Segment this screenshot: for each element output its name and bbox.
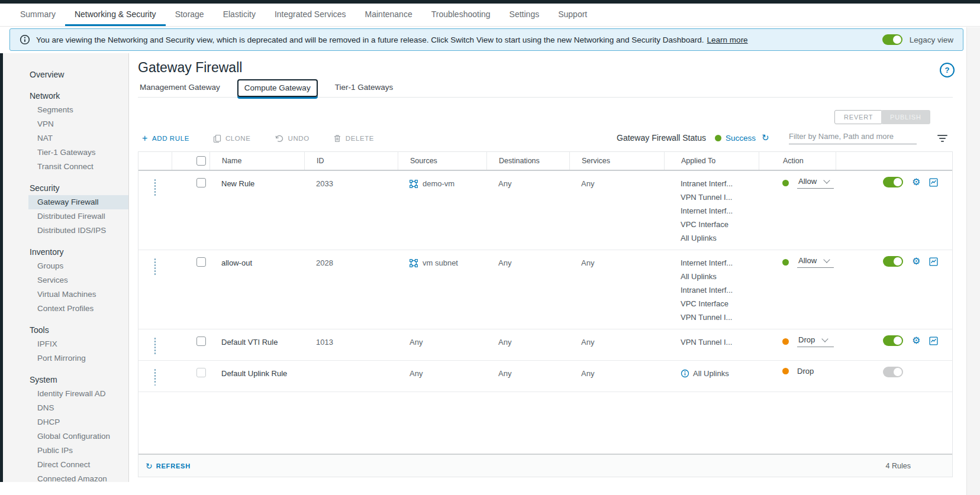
- publish-button[interactable]: PUBLISH: [881, 110, 930, 124]
- filter-input[interactable]: [789, 131, 917, 144]
- sidebar-item-overview[interactable]: Overview: [3, 67, 128, 82]
- group-icon: [410, 180, 418, 188]
- add-rule-button[interactable]: + ADD RULE: [142, 134, 189, 143]
- rule-row-default-uplink-rule: Default Uplink RuleAnyAnyAnyAll UplinksD…: [138, 361, 952, 392]
- sidebar-item-vpn[interactable]: VPN: [3, 117, 128, 131]
- rule-sources: Any: [398, 367, 486, 380]
- rule-checkbox[interactable]: [196, 257, 206, 267]
- gear-icon[interactable]: ⚙: [912, 177, 920, 187]
- applied-to-item: VPC Interface: [681, 297, 759, 310]
- nav-tab-integrated-services[interactable]: Integrated Services: [265, 4, 356, 26]
- sidebar-item-context-profiles[interactable]: Context Profiles: [3, 302, 128, 316]
- drag-handle-icon[interactable]: [152, 337, 159, 355]
- rule-enabled-toggle[interactable]: [883, 177, 903, 187]
- learn-more-link[interactable]: Learn more: [707, 35, 748, 44]
- drag-handle-icon[interactable]: [152, 178, 159, 197]
- action-state-dot: [782, 338, 789, 345]
- gear-icon[interactable]: ⚙: [912, 257, 920, 266]
- rule-checkbox[interactable]: [196, 337, 206, 346]
- rule-enabled-toggle[interactable]: [883, 335, 903, 346]
- rule-destinations: Any: [486, 335, 569, 349]
- page-title: Gateway Firewall: [138, 60, 242, 76]
- sidebar-item-gateway-firewall[interactable]: Gateway Firewall: [28, 195, 128, 209]
- sidebar: OverviewNetworkSegmentsVPNNATTier-1 Gate…: [3, 53, 129, 482]
- drag-handle-icon[interactable]: [152, 368, 159, 387]
- nav-tab-troubleshooting[interactable]: Troubleshooting: [422, 4, 500, 26]
- revert-button[interactable]: REVERT: [834, 110, 882, 124]
- drag-handle-icon[interactable]: [152, 257, 159, 276]
- sidebar-item-global-configuration[interactable]: Global Configuration: [3, 429, 128, 444]
- sidebar-item-public-ips[interactable]: Public IPs: [3, 444, 128, 458]
- sidebar-section-tools: Tools: [3, 323, 128, 337]
- rule-drag-cell: [138, 177, 172, 197]
- rule-controls-cell: ⚙: [836, 256, 952, 267]
- sidebar-item-distributed-firewall[interactable]: Distributed Firewall: [3, 209, 128, 224]
- sidebar-section-inventory: Inventory: [3, 245, 128, 259]
- tab-management-gateway[interactable]: Management Gateway: [138, 83, 222, 97]
- sidebar-item-virtual-machines[interactable]: Virtual Machines: [3, 287, 128, 302]
- column-header-blank: [138, 152, 172, 170]
- nav-tab-networking-security[interactable]: Networking & Security: [65, 4, 166, 26]
- nav-tab-support[interactable]: Support: [549, 4, 597, 26]
- select-all-checkbox[interactable]: [196, 156, 206, 166]
- undo-button[interactable]: UNDO: [275, 134, 310, 143]
- rule-services: Any: [569, 177, 664, 190]
- applied-to-item: Internet Interf...: [681, 256, 759, 270]
- sidebar-section-network: Network: [3, 89, 128, 103]
- sidebar-item-connected-amazon[interactable]: Connected Amazon: [3, 472, 128, 482]
- rule-enabled-toggle[interactable]: [883, 256, 903, 267]
- sidebar-item-groups[interactable]: Groups: [3, 259, 128, 273]
- sidebar-item-ipfix[interactable]: IPFIX: [3, 337, 128, 351]
- chart-icon[interactable]: [929, 257, 938, 266]
- gear-icon[interactable]: ⚙: [912, 336, 920, 345]
- sidebar-item-distributed-ids-ips[interactable]: Distributed IDS/IPS: [3, 224, 128, 238]
- sidebar-item-port-mirroring[interactable]: Port Mirroring: [3, 351, 128, 365]
- sidebar-item-dhcp[interactable]: DHCP: [3, 415, 128, 429]
- rule-action-cell: Allow: [759, 177, 836, 189]
- sidebar-item-identity-firewall-ad[interactable]: Identity Firewall AD: [3, 387, 128, 401]
- refresh-button[interactable]: ↻ REFRESH: [146, 461, 191, 471]
- legacy-view-toggle[interactable]: [882, 34, 902, 45]
- action-select[interactable]: Allow: [797, 177, 834, 189]
- sidebar-item-direct-connect[interactable]: Direct Connect: [3, 458, 128, 472]
- rule-sources: vm subnet: [398, 256, 486, 270]
- tab-tier-1-gateways[interactable]: Tier-1 Gateways: [333, 83, 395, 97]
- sidebar-item-tier-1-gateways[interactable]: Tier-1 Gateways: [3, 145, 128, 160]
- tab-compute-gateway[interactable]: Compute Gateway: [237, 79, 318, 97]
- chart-icon[interactable]: [929, 178, 938, 187]
- help-icon[interactable]: ?: [940, 63, 955, 77]
- sidebar-item-services[interactable]: Services: [3, 273, 128, 287]
- nav-tab-settings[interactable]: Settings: [500, 4, 549, 26]
- undo-icon: [275, 134, 284, 143]
- action-select[interactable]: Allow: [797, 256, 834, 268]
- column-header-destinations: Destinations: [486, 152, 569, 170]
- rule-checkbox[interactable]: [196, 178, 206, 187]
- clone-button[interactable]: CLONE: [213, 134, 251, 143]
- scrollbar-track[interactable]: [966, 27, 980, 495]
- sidebar-section-security: Security: [3, 181, 128, 195]
- rule-name: Default VTI Rule: [209, 335, 304, 349]
- rule-action-cell: Drop: [759, 367, 836, 376]
- status-refresh-icon[interactable]: ↻: [762, 132, 769, 143]
- applied-to-item: VPN Tunnel I...: [681, 335, 759, 349]
- nav-tab-summary[interactable]: Summary: [11, 4, 65, 26]
- delete-button[interactable]: DELETE: [333, 134, 374, 143]
- sidebar-item-transit-connect[interactable]: Transit Connect: [3, 160, 128, 174]
- sidebar-item-segments[interactable]: Segments: [3, 103, 128, 117]
- sidebar-item-dns[interactable]: DNS: [3, 401, 128, 415]
- column-header-services: Services: [569, 152, 664, 170]
- chart-icon[interactable]: [929, 337, 938, 345]
- sidebar-item-nat[interactable]: NAT: [3, 131, 128, 145]
- rule-controls-cell: ⚙: [836, 335, 952, 346]
- rule-count: 4 Rules: [886, 462, 911, 470]
- action-select[interactable]: Drop: [797, 335, 834, 347]
- nav-tab-maintenance[interactable]: Maintenance: [356, 4, 422, 26]
- table-footer: ↻ REFRESH 4 Rules: [138, 454, 952, 477]
- filter-icon[interactable]: [937, 135, 947, 142]
- rule-controls-cell: ⚙: [836, 177, 952, 187]
- legacy-view-label: Legacy view: [910, 35, 953, 44]
- nav-tab-elasticity[interactable]: Elasticity: [214, 4, 265, 26]
- rule-destinations: Any: [486, 177, 569, 190]
- chevron-down-icon: [822, 335, 829, 342]
- nav-tab-storage[interactable]: Storage: [166, 4, 214, 26]
